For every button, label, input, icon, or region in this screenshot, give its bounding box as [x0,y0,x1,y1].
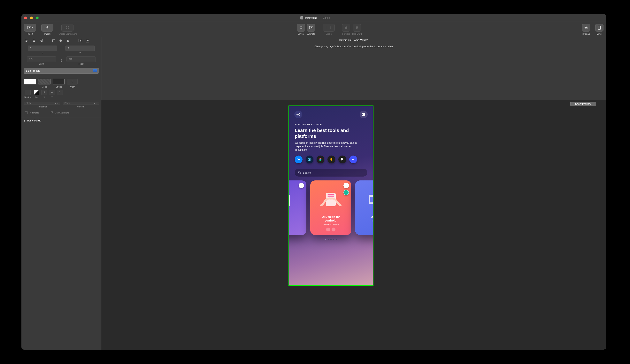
layer-list-root[interactable]: ▶ Home Mobile [22,117,101,124]
animate-button[interactable]: Animate [307,24,315,35]
svg-rect-28 [33,41,35,42]
drivers-button[interactable]: Drivers [297,24,305,35]
clip-sublayers-checkbox[interactable]: ✓Clip Sublayers [51,111,69,114]
page-dot-icon[interactable] [333,239,334,240]
forward-button[interactable]: Forward [342,24,350,35]
svg-point-62 [298,171,300,173]
horizontal-label: Horizontal [24,106,60,108]
shadow-y-value-field[interactable]: 2 [57,90,63,95]
svg-rect-25 [26,41,27,42]
swift-icon[interactable] [295,156,302,163]
layer-name: Home Mobile [27,119,41,122]
tutorials-label: Tutorials [582,33,590,35]
course-card-3[interactable]: Designin Fra 20 vide [355,181,373,235]
svg-rect-47 [60,60,62,62]
backward-button[interactable]: Backward [352,24,362,35]
eyebrow-text: 80 HOURS OF COURSES [289,120,373,126]
minimize-window-icon[interactable] [30,16,33,19]
media-swatch[interactable] [38,79,51,84]
width-label: Width [39,63,44,65]
page-dot-icon[interactable] [330,239,332,240]
close-window-icon[interactable] [24,16,27,19]
page-dot-icon[interactable] [325,239,326,240]
height-input[interactable] [66,56,96,62]
import-button[interactable]: Import [41,24,54,35]
selection-outline[interactable]: 80 HOURS OF COURSES Learn the best tools… [288,106,374,286]
fill-swatch[interactable] [24,79,36,84]
figma-icon[interactable] [316,156,324,163]
react-icon[interactable] [306,156,314,163]
width-input[interactable] [27,56,56,62]
align-left-icon[interactable] [24,38,29,43]
zoom-window-icon[interactable] [36,16,38,19]
carousel-pagination[interactable] [289,239,373,240]
align-bottom-icon[interactable] [66,38,71,43]
stroke-label: Stroke [56,86,62,88]
group-button[interactable]: Group [322,24,335,35]
app-window: prototyping — Edited ▾ Insert Import Cre… [22,14,606,350]
tutorials-button[interactable]: Tutorials [582,24,590,35]
import-label: Import [44,33,50,35]
insert-button[interactable]: ▾ Insert [24,24,36,35]
mirror-button[interactable]: Mirror [595,24,604,35]
distribute-h-icon[interactable] [78,38,83,43]
page-dot-icon[interactable] [336,239,337,240]
webflow-icon[interactable]: W [349,156,357,163]
svg-point-48 [297,113,300,116]
y-input[interactable] [66,45,95,51]
hero-headline: Learn the best tools and platforms [289,126,373,141]
drivers-panel: Drivers on "Home Mobile" Change any laye… [101,37,606,100]
svg-rect-69 [328,194,334,195]
search-field[interactable]: Search [295,169,367,177]
card1-sub: 2 hours [289,223,303,226]
align-hcenter-icon[interactable] [31,38,37,43]
stroke-width-value[interactable]: 0 [67,79,78,84]
stroke-swatch[interactable] [53,79,65,84]
app-logo-icon[interactable] [294,111,302,118]
course-carousel[interactable]: n forpers 2 hours UI Design forAndroid 2… [289,181,373,245]
svg-rect-43 [80,40,81,41]
vertical-label: Vertical [63,106,99,108]
align-right-icon[interactable] [38,38,44,43]
x-input[interactable] [28,45,57,51]
size-presets-select[interactable]: Size Presets [24,68,99,74]
distribute-v-icon[interactable] [85,38,90,43]
course-card-2[interactable]: UI Design forAndroid 20 videos - 3 hours [310,181,351,235]
page-dot-icon[interactable] [328,239,329,240]
show-preview-button[interactable]: Show Preview [570,102,596,106]
touchable-checkbox[interactable]: Touchable [25,111,39,114]
shadow-x-value-field[interactable]: 0 [49,90,55,95]
create-component-button[interactable]: Create Component [58,24,76,35]
svg-point-57 [320,158,322,159]
svg-rect-5 [66,28,67,29]
chevron-updown-icon [93,69,97,72]
disclosure-triangle-icon: ▶ [24,120,26,122]
hero-description: We focus on industry leading platforms s… [289,141,363,152]
card2-title: UI Design forAndroid [314,215,348,222]
group-label: Group [326,33,332,35]
menu-icon[interactable] [360,111,368,118]
artboard-home-mobile[interactable]: 80 HOURS OF COURSES Learn the best tools… [289,106,373,285]
align-top-icon[interactable] [51,38,56,43]
svg-point-22 [599,29,600,29]
course-card-1[interactable]: n forpers 2 hours [289,181,306,235]
title-separator: — [319,16,321,19]
horizontal-select[interactable]: Static▲▼ [24,102,60,105]
svg-rect-4 [68,26,69,27]
framer-icon[interactable] [338,156,346,163]
svg-rect-39 [67,40,68,42]
align-vcenter-icon[interactable] [58,38,64,43]
canvas[interactable]: Drivers on "Home Mobile" Change any laye… [101,37,606,350]
vertical-select[interactable]: Static▲▼ [63,102,99,105]
blur-value-field[interactable]: 4 [41,90,47,95]
svg-rect-30 [40,40,42,40]
y-label: Y [79,52,81,54]
drivers-label: Drivers [298,33,304,35]
blur-swatch[interactable] [34,90,40,95]
sketch-icon[interactable] [328,156,335,163]
toolbar: ▾ Insert Import Create Component Drivers [22,22,606,37]
svg-rect-34 [54,40,54,41]
lock-aspect-icon[interactable] [60,56,63,65]
svg-rect-24 [26,40,28,40]
shadow-checkbox[interactable] [25,90,30,95]
